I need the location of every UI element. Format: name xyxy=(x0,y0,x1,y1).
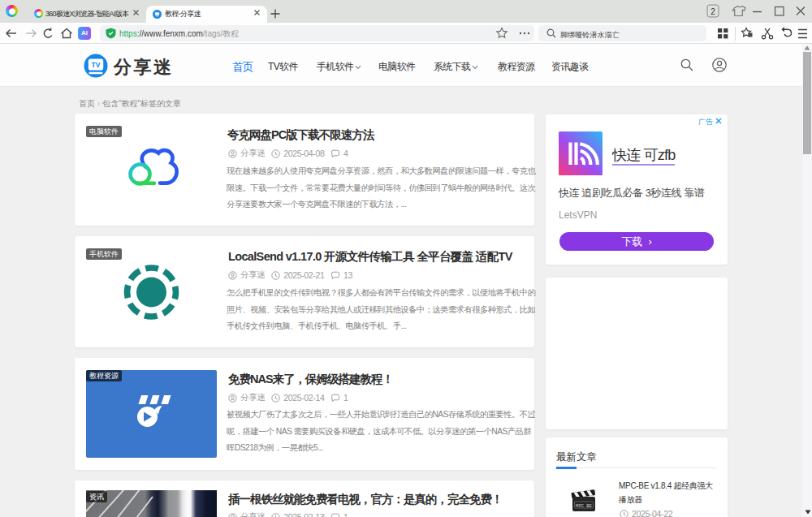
svg-text:MPC BE: MPC BE xyxy=(576,503,593,509)
svg-text:2: 2 xyxy=(710,7,715,16)
svg-text:TV: TV xyxy=(92,61,101,69)
